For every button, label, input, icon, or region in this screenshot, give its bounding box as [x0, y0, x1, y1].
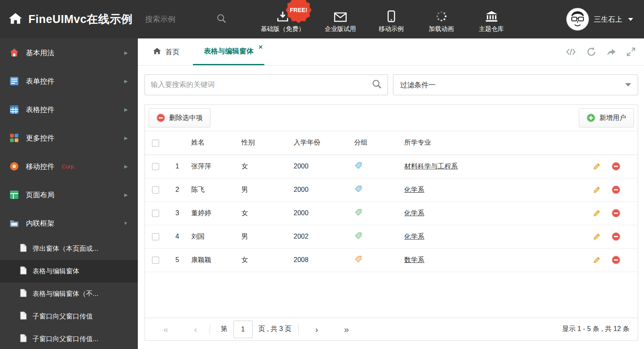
chevron-right-icon: ▶: [124, 164, 128, 169]
student-year: 2008: [291, 248, 352, 272]
home-icon: [8, 12, 23, 26]
filter-dropdown[interactable]: 过滤条件一: [393, 74, 638, 95]
envelope-icon: [334, 10, 347, 22]
select-all-checkbox[interactable]: [152, 140, 159, 147]
sidebar-item-mobile-controls[interactable]: 移动控件 Corp. ▶: [0, 152, 138, 181]
row-checkbox[interactable]: [152, 257, 159, 264]
caret-down-icon: [628, 18, 633, 21]
open-in-new-icon[interactable]: [606, 47, 616, 56]
major-link[interactable]: 化学系: [404, 233, 424, 240]
next-page-icon[interactable]: ›: [315, 325, 318, 334]
sidebar-subitem-child-to-parent-2[interactable]: 子窗口向父窗口传值...: [0, 328, 138, 349]
tag-icon: [354, 185, 363, 193]
tab-home[interactable]: 首页: [145, 38, 188, 65]
table-empty-space: [145, 272, 638, 318]
tag-icon: [354, 232, 363, 240]
search-icon[interactable]: [372, 79, 382, 91]
download-icon: [277, 10, 289, 22]
delete-row-icon[interactable]: [612, 162, 620, 171]
sidebar-item-iframe[interactable]: 内联框架 ▼: [0, 209, 138, 237]
column-header-major: 所学专业: [402, 131, 571, 155]
tab-bar: 首页 表格与编辑窗体 ×: [138, 38, 644, 66]
delete-row-icon[interactable]: [612, 186, 620, 194]
edit-pencil-icon[interactable]: [593, 162, 601, 171]
nav-item-loading-animation[interactable]: 加载动画: [426, 10, 456, 33]
edit-pencil-icon[interactable]: [593, 256, 601, 264]
nav-item-theme-repo[interactable]: 主题仓库: [477, 10, 507, 33]
sidebar-item-form-controls[interactable]: 表单控件 ▶: [0, 67, 138, 95]
student-name: 刘国: [189, 225, 239, 248]
row-checkbox[interactable]: [152, 210, 159, 217]
row-checkbox[interactable]: [152, 163, 159, 170]
chevron-right-icon: ▶: [124, 107, 128, 112]
header-nav: 基础版（免费） 企业版试用 移动示例: [261, 5, 507, 33]
sidebar-subitem-grid-edit-window-2[interactable]: 表格与编辑窗体（不...: [0, 283, 138, 305]
maximize-icon[interactable]: [626, 47, 636, 56]
sidebar-item-page-layout[interactable]: 页面布局 ▶: [0, 181, 138, 209]
header-search: [145, 13, 235, 25]
keyword-search-input[interactable]: [151, 81, 372, 89]
tab-grid-edit-window[interactable]: 表格与编辑窗体 ×: [193, 38, 264, 65]
student-gender: 女: [239, 155, 291, 178]
major-link[interactable]: 化学系: [404, 209, 424, 217]
sidebar-subitem-label: 子窗口向父窗口传值...: [33, 335, 98, 344]
sidebar-subitem-child-to-parent[interactable]: 子窗口向父窗口传值: [0, 305, 138, 328]
tag-icon: [354, 208, 363, 217]
sidebar-subitem-popup-window[interactable]: 弹出窗体（本页面或...: [0, 237, 138, 260]
home-icon: [153, 47, 161, 57]
page-label: 第: [221, 325, 228, 334]
tab-label: 首页: [165, 47, 180, 57]
sidebar-subitem-grid-edit-window[interactable]: 表格与编辑窗体: [0, 260, 138, 283]
major-link[interactable]: 化学系: [404, 186, 424, 193]
source-code-icon[interactable]: [565, 48, 576, 56]
header-search-input[interactable]: [145, 15, 216, 24]
nav-item-mobile-demo[interactable]: 移动示例: [376, 10, 406, 33]
spinner-icon: [436, 10, 447, 22]
edit-pencil-icon[interactable]: [593, 209, 601, 217]
major-link[interactable]: 材料科学与工程系: [404, 163, 458, 170]
sidebar-item-grid-controls[interactable]: 表格控件 ▶: [0, 95, 138, 124]
search-icon[interactable]: [216, 13, 226, 25]
chevron-right-icon: ▶: [124, 50, 128, 56]
edit-pencil-icon[interactable]: [593, 186, 601, 194]
table-header-row: 姓名 性别 入学年份 分组 所学专业: [145, 131, 638, 155]
prev-page-icon[interactable]: ‹: [194, 325, 197, 334]
chevron-right-icon: ▶: [124, 192, 128, 198]
pagination-bar: « ‹ 第 页 , 共 3 页 › » 显示 1 - 5 条 , 共 12 条: [145, 318, 638, 340]
user-menu[interactable]: 三生石上: [566, 8, 644, 31]
main-area: 首页 表格与编辑窗体 ×: [138, 38, 644, 349]
delete-selected-button[interactable]: 删除选中项: [149, 108, 210, 127]
file-icon: [20, 244, 27, 254]
page-total-label: 页 , 共 3 页: [259, 325, 292, 334]
student-name: 陈飞: [189, 178, 239, 201]
nav-item-enterprise-trial[interactable]: 企业版试用: [325, 10, 356, 33]
blocks-icon: [9, 133, 19, 143]
delete-row-icon[interactable]: [612, 256, 620, 264]
student-gender: 女: [239, 201, 291, 225]
last-page-icon[interactable]: »: [344, 325, 349, 334]
refresh-icon[interactable]: [586, 47, 596, 57]
page-number-input[interactable]: [233, 321, 253, 338]
row-number: 2: [166, 178, 189, 201]
close-icon[interactable]: ×: [259, 43, 263, 51]
column-header-actions: [571, 131, 638, 155]
nav-item-basic-edition[interactable]: 基础版（免费）: [261, 10, 305, 33]
row-number: 4: [166, 225, 189, 248]
student-year: 2000: [291, 201, 352, 225]
delete-row-icon[interactable]: [612, 232, 620, 241]
edit-pencil-icon[interactable]: [593, 232, 601, 241]
brand[interactable]: FineUIMvc在线示例: [0, 12, 133, 27]
sidebar-item-label: 内联框架: [26, 219, 54, 228]
row-checkbox[interactable]: [152, 233, 159, 240]
first-page-icon[interactable]: «: [163, 325, 168, 334]
sidebar-item-basic-usage[interactable]: 基本用法 ▶: [0, 38, 138, 67]
row-checkbox[interactable]: [152, 186, 159, 194]
sidebar-item-more-controls[interactable]: 更多控件 ▶: [0, 124, 138, 152]
sidebar-item-label: 表单控件: [26, 76, 54, 86]
sidebar-item-label: 页面布局: [26, 190, 54, 200]
column-header-index: [166, 131, 189, 155]
delete-row-icon[interactable]: [612, 209, 620, 217]
add-user-button[interactable]: 新增用户: [579, 108, 634, 127]
student-gender: 男: [239, 225, 291, 248]
major-link[interactable]: 数学系: [404, 256, 424, 263]
